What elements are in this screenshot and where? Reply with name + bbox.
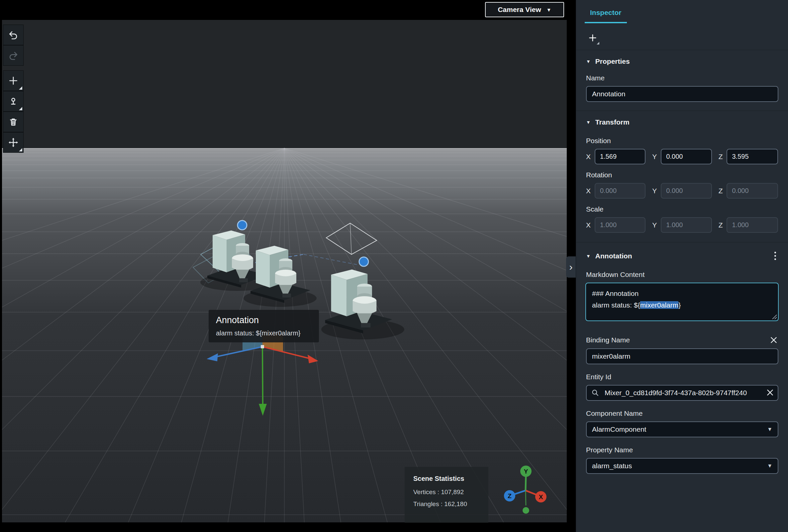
- transform-gizmo[interactable]: [206, 330, 318, 416]
- resize-grip-icon[interactable]: [771, 314, 777, 319]
- remove-binding-button[interactable]: [769, 336, 778, 344]
- position-row: X Y Z: [586, 149, 778, 164]
- binding-name-input[interactable]: [586, 348, 779, 364]
- markdown-line-1: ### Annotation: [592, 288, 772, 300]
- markdown-content-label: Markdown Content: [586, 271, 778, 279]
- viewport-toolbar: [3, 25, 24, 153]
- scene-composer-app: Y Z X Annotation alarm status: ${mixer0a…: [0, 0, 788, 532]
- add-object-button[interactable]: [3, 70, 24, 91]
- close-icon: [766, 388, 774, 397]
- collapse-triangle-icon: ▼: [586, 120, 591, 125]
- component-name-value: AlarmComponent: [592, 425, 646, 433]
- section-header-properties[interactable]: ▼ Properties: [576, 50, 788, 73]
- z-axis-label: Z: [718, 153, 723, 161]
- chevron-down-icon: ▼: [547, 7, 551, 13]
- anchor-pin-icon: [8, 96, 19, 107]
- scene-statistics-triangles: Triangles : 162,180: [413, 500, 480, 508]
- annotation-tooltip-body: alarm status: ${mixer0alarm}: [216, 329, 312, 337]
- section-title: Properties: [595, 58, 630, 65]
- collapse-triangle-icon: ▼: [586, 253, 591, 259]
- name-input[interactable]: [586, 86, 779, 102]
- property-name-value: alarm_status: [592, 462, 632, 470]
- move-icon: [8, 137, 19, 148]
- kebab-menu-icon[interactable]: [772, 250, 778, 262]
- annotation-handle-0[interactable]: [238, 221, 247, 230]
- annotation-tooltip: Annotation alarm status: ${mixer0alarm}: [209, 310, 319, 342]
- rotation-row: X Y Z: [586, 183, 778, 199]
- gizmo-x-axis[interactable]: [262, 347, 310, 359]
- annotation-handle-1[interactable]: [359, 257, 369, 266]
- scene-canvas[interactable]: Y Z X: [2, 20, 567, 523]
- markdown-line-2: alarm status: ${mixer0alarm}: [592, 300, 772, 311]
- markdown-content-textarea[interactable]: ### Annotation alarm status: ${mixer0ala…: [585, 283, 779, 321]
- add-component-button[interactable]: [586, 31, 599, 44]
- scale-x-input: [595, 217, 646, 233]
- position-z-input[interactable]: [727, 149, 778, 164]
- rotation-y-input: [661, 183, 712, 199]
- rotation-x-input: [595, 183, 646, 199]
- flyout-corner-icon: [19, 148, 22, 151]
- component-name-select[interactable]: AlarmComponent ▼: [586, 422, 779, 437]
- x-axis-label: X: [586, 187, 591, 195]
- move-tool-button[interactable]: [3, 132, 24, 153]
- redo-icon: [8, 50, 19, 61]
- flyout-corner-icon: [597, 42, 599, 44]
- scene-statistics-vertices: Vertices : 107,892: [413, 489, 480, 496]
- chevron-right-icon: ›: [569, 261, 573, 273]
- axis-z-label: Z: [508, 492, 512, 499]
- axis-y-label: Y: [524, 468, 528, 475]
- y-axis-label: Y: [652, 221, 657, 229]
- close-icon: [769, 336, 778, 344]
- binding-name-row: Binding Name: [586, 336, 778, 344]
- add-anchor-button[interactable]: [3, 91, 24, 111]
- property-name-select[interactable]: alarm_status ▼: [586, 458, 779, 474]
- section-header-annotation[interactable]: ▼ Annotation: [576, 242, 788, 269]
- entity-id-field: [586, 385, 779, 401]
- inspector-panel: Inspector ▼ Properties Name ▼ Transform …: [576, 0, 788, 532]
- scale-label: Scale: [586, 205, 778, 213]
- y-axis-label: Y: [652, 153, 657, 161]
- camera-view-button[interactable]: Camera View ▼: [485, 2, 564, 17]
- plus-icon: [588, 33, 597, 42]
- redo-button[interactable]: [3, 45, 24, 66]
- z-axis-label: Z: [718, 187, 723, 195]
- 3d-viewport[interactable]: Y Z X: [2, 20, 567, 523]
- scale-y-input: [661, 217, 712, 233]
- section-title: Transform: [595, 118, 630, 126]
- orientation-gizmo[interactable]: Y Z X: [504, 466, 547, 514]
- position-x-input[interactable]: [595, 149, 646, 164]
- section-header-transform[interactable]: ▼ Transform: [576, 110, 788, 134]
- search-icon: [591, 388, 599, 398]
- section-title: Annotation: [595, 252, 632, 260]
- inspector-toolbar: [576, 23, 788, 50]
- y-axis-label: Y: [652, 187, 657, 195]
- binding-name-label: Binding Name: [586, 336, 630, 344]
- scene-statistics-panel: Scene Statistics Vertices : 107,892 Tria…: [405, 467, 488, 523]
- clear-entity-id-button[interactable]: [766, 388, 774, 398]
- gizmo-y-axis[interactable]: [262, 347, 263, 405]
- component-name-label: Component Name: [586, 409, 778, 417]
- scale-row: X Y Z: [586, 217, 778, 233]
- selected-text: mixer0alarm: [640, 301, 679, 309]
- position-label: Position: [586, 137, 778, 145]
- axis-x-label: X: [539, 493, 543, 500]
- inspector-collapse-button[interactable]: ›: [566, 257, 576, 278]
- flyout-corner-icon: [19, 86, 22, 90]
- property-name-label: Property Name: [586, 446, 778, 454]
- x-axis-label: X: [586, 221, 591, 229]
- entity-id-input[interactable]: [586, 385, 779, 401]
- rotation-label: Rotation: [586, 171, 778, 179]
- position-y-input[interactable]: [661, 149, 712, 164]
- delete-button[interactable]: [3, 111, 24, 132]
- axis-neg-y-ball[interactable]: [523, 507, 529, 514]
- undo-button[interactable]: [3, 25, 24, 45]
- undo-icon: [8, 29, 19, 40]
- tab-inspector[interactable]: Inspector: [585, 8, 627, 23]
- name-label: Name: [586, 74, 778, 82]
- gizmo-z-axis[interactable]: [217, 347, 262, 357]
- trash-icon: [8, 117, 19, 127]
- camera-view-label: Camera View: [498, 6, 541, 14]
- flyout-corner-icon: [19, 107, 22, 110]
- inspector-tab-row: Inspector: [576, 0, 788, 23]
- z-axis-label: Z: [718, 221, 723, 229]
